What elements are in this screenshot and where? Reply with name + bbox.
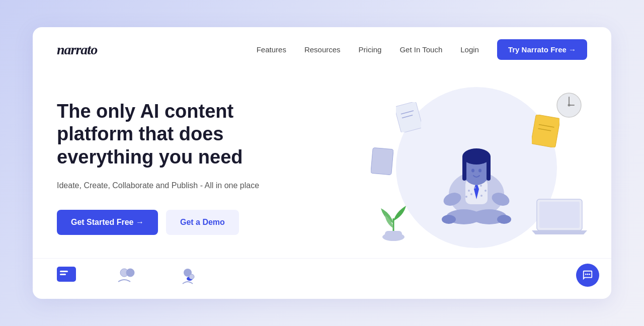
get-started-button[interactable]: Get Started Free →: [57, 210, 158, 235]
feature-collab-icon: [116, 267, 138, 285]
svg-point-27: [480, 185, 482, 187]
svg-point-47: [587, 274, 589, 275]
svg-rect-39: [60, 271, 68, 272]
svg-rect-22: [487, 155, 491, 181]
feature-item-1: [57, 267, 76, 287]
get-demo-button[interactable]: Get a Demo: [166, 210, 239, 235]
svg-point-20: [462, 148, 491, 165]
svg-point-42: [126, 269, 134, 277]
svg-point-25: [468, 190, 470, 192]
svg-point-15: [442, 215, 456, 224]
svg-point-48: [589, 274, 590, 275]
svg-rect-40: [60, 274, 66, 275]
svg-point-46: [585, 274, 587, 275]
laptop-icon: [529, 197, 590, 244]
feature-item-2: [116, 267, 138, 287]
hero-title: The only AI content platform that does e…: [57, 100, 298, 169]
header: narrato Features Resources Pricing Get I…: [33, 27, 611, 72]
main-card: narrato Features Resources Pricing Get I…: [33, 27, 611, 299]
svg-point-29: [465, 196, 467, 198]
nav: Features Resources Pricing Get In Touch …: [257, 39, 587, 60]
svg-point-30: [470, 193, 472, 195]
svg-point-26: [474, 187, 476, 189]
meditating-figure: [421, 101, 532, 234]
feature-card-icon: [57, 267, 76, 284]
svg-rect-33: [385, 231, 402, 239]
hero-illustration: [366, 87, 587, 248]
hero-subtitle: Ideate, Create, Collaborate and Publish …: [57, 179, 298, 192]
hero-section: The only AI content platform that does e…: [33, 72, 611, 258]
svg-rect-36: [539, 202, 580, 228]
nav-get-in-touch[interactable]: Get In Touch: [399, 45, 442, 54]
svg-point-28: [485, 190, 487, 192]
try-narrato-button[interactable]: Try Narrato Free →: [497, 39, 587, 60]
plant-icon: [376, 201, 411, 243]
nav-features[interactable]: Features: [257, 45, 286, 54]
svg-rect-37: [371, 147, 393, 175]
clock-icon: [556, 92, 582, 120]
svg-point-23: [471, 169, 474, 173]
feature-item-3: [179, 267, 197, 287]
chat-icon: [582, 270, 593, 281]
logo: narrato: [57, 42, 97, 58]
svg-point-31: [480, 195, 482, 197]
bottom-features: [33, 258, 611, 295]
paper-float-2: [532, 115, 559, 149]
paper-float-1: [396, 102, 421, 134]
chat-widget[interactable]: [576, 264, 599, 287]
svg-point-24: [478, 169, 481, 173]
nav-pricing[interactable]: Pricing: [359, 45, 382, 54]
svg-point-16: [497, 215, 511, 224]
nav-resources[interactable]: Resources: [304, 45, 341, 54]
nav-login[interactable]: Login: [460, 45, 479, 54]
hero-left: The only AI content platform that does e…: [57, 100, 298, 235]
hero-buttons: Get Started Free → Get a Demo: [57, 210, 298, 235]
paper-float-3: [371, 147, 393, 177]
svg-rect-7: [532, 115, 559, 147]
svg-rect-4: [396, 102, 421, 132]
svg-rect-38: [57, 267, 76, 282]
feature-user-icon: [179, 267, 197, 287]
svg-rect-21: [462, 155, 466, 181]
svg-point-45: [189, 274, 194, 279]
